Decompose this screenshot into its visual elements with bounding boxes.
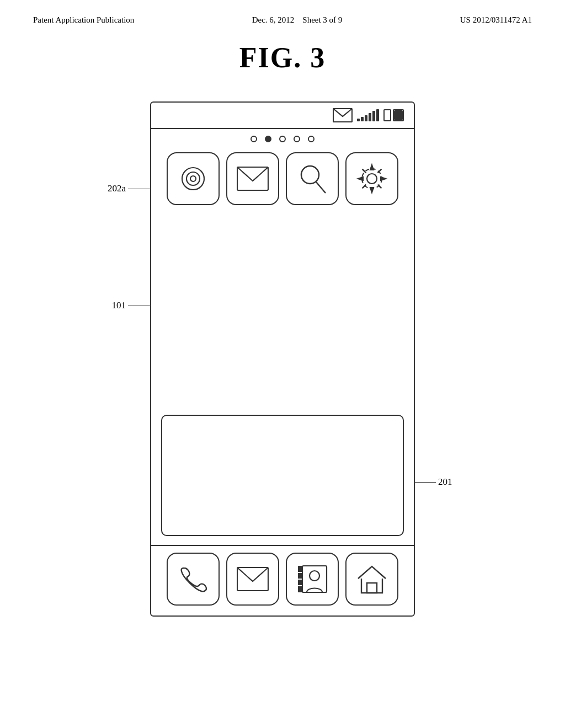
phone-dock-icon[interactable] <box>167 553 220 606</box>
widget-box <box>161 415 404 536</box>
page-dot-2 <box>265 136 271 142</box>
bottom-dock <box>151 545 414 615</box>
svg-line-9 <box>316 182 326 193</box>
mail-icon <box>333 108 353 122</box>
header-center: Dec. 6, 2012 Sheet 3 of 9 <box>252 15 343 25</box>
svg-point-18 <box>310 571 319 581</box>
patent-header: Patent Application Publication Dec. 6, 2… <box>0 0 565 30</box>
label-201: 201 <box>415 477 452 488</box>
svg-rect-1 <box>384 110 391 121</box>
camera-app-icon[interactable] <box>167 152 220 205</box>
status-bar <box>151 103 414 129</box>
svg-point-8 <box>301 166 319 184</box>
search-app-icon[interactable] <box>286 152 339 205</box>
mail-app-icon[interactable] <box>226 152 279 205</box>
page-dot-4 <box>294 136 300 142</box>
page-dot-1 <box>250 136 257 142</box>
page-dot-3 <box>279 136 286 142</box>
home-dock-icon[interactable] <box>345 553 398 606</box>
signal-bars-icon <box>357 109 379 121</box>
right-labels: 201 <box>415 101 470 617</box>
figure-title: FIG. 3 <box>0 41 565 74</box>
svg-rect-3 <box>395 111 402 120</box>
device-frame <box>150 101 415 617</box>
header-left: Patent Application Publication <box>33 15 134 25</box>
label-202a: 202a <box>108 183 150 194</box>
mail-dock-icon[interactable] <box>226 553 279 606</box>
page-dot-5 <box>308 136 315 142</box>
contacts-dock-icon[interactable] <box>286 553 339 606</box>
svg-point-4 <box>182 168 204 190</box>
label-101: 101 <box>112 300 151 311</box>
svg-point-5 <box>186 172 200 185</box>
header-right: US 2012/0311472 A1 <box>460 15 532 25</box>
settings-app-icon[interactable] <box>345 152 398 205</box>
page-indicators <box>151 129 414 148</box>
svg-point-10 <box>367 174 377 184</box>
svg-rect-19 <box>367 583 377 593</box>
main-content-area <box>151 216 414 404</box>
battery-icon <box>383 109 404 121</box>
app-icons-row <box>151 148 414 216</box>
svg-point-6 <box>190 176 196 181</box>
